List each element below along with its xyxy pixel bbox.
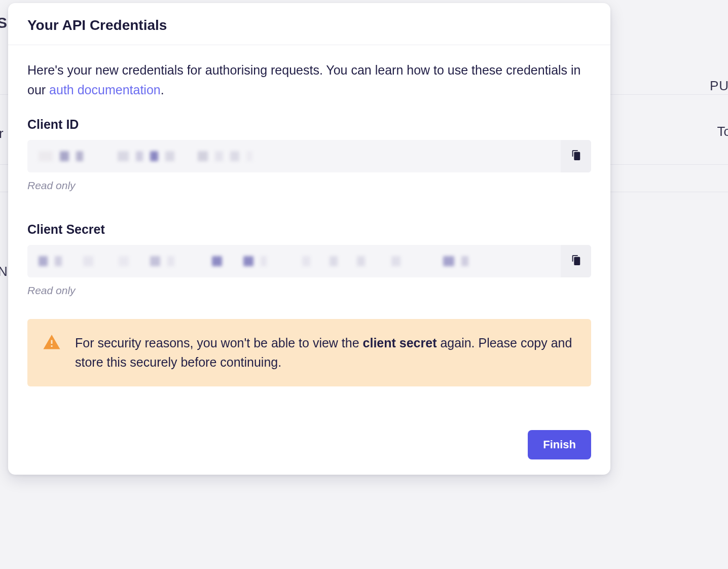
modal-body: Here's your new credentials for authoris… <box>8 45 610 419</box>
background-text-fragment: PU <box>710 78 728 94</box>
client-secret-field <box>27 245 591 277</box>
modal-title: Your API Credentials <box>27 17 591 33</box>
intro-suffix: . <box>161 83 164 97</box>
client-id-field <box>27 140 591 172</box>
finish-button[interactable]: Finish <box>528 430 591 459</box>
client-id-readonly-note: Read only <box>27 180 591 192</box>
background-text-fragment: S <box>0 14 7 31</box>
copy-icon <box>570 255 581 267</box>
security-warning-alert: For security reasons, you won't be able … <box>27 319 591 387</box>
intro-text: Here's your new credentials for authoris… <box>27 60 591 100</box>
modal-header: Your API Credentials <box>8 3 610 45</box>
background-text-fragment: r <box>0 126 4 141</box>
background-text-fragment: To <box>717 124 728 139</box>
client-secret-value <box>27 245 561 277</box>
client-secret-label: Client Secret <box>27 222 591 237</box>
auth-documentation-link[interactable]: auth documentation <box>49 83 161 97</box>
client-secret-readonly-note: Read only <box>27 284 591 297</box>
background-text-fragment: N <box>0 264 8 279</box>
copy-client-id-button[interactable] <box>561 140 591 172</box>
copy-client-secret-button[interactable] <box>561 245 591 277</box>
copy-icon <box>570 150 581 162</box>
warning-text: For security reasons, you won't be able … <box>75 333 574 373</box>
warning-text-strong: client secret <box>363 336 437 350</box>
client-id-label: Client ID <box>27 117 591 132</box>
client-id-value <box>27 140 561 172</box>
modal-footer: Finish <box>8 419 610 475</box>
api-credentials-modal: Your API Credentials Here's your new cre… <box>8 3 610 475</box>
warning-icon <box>43 333 61 351</box>
warning-text-prefix: For security reasons, you won't be able … <box>75 336 363 350</box>
